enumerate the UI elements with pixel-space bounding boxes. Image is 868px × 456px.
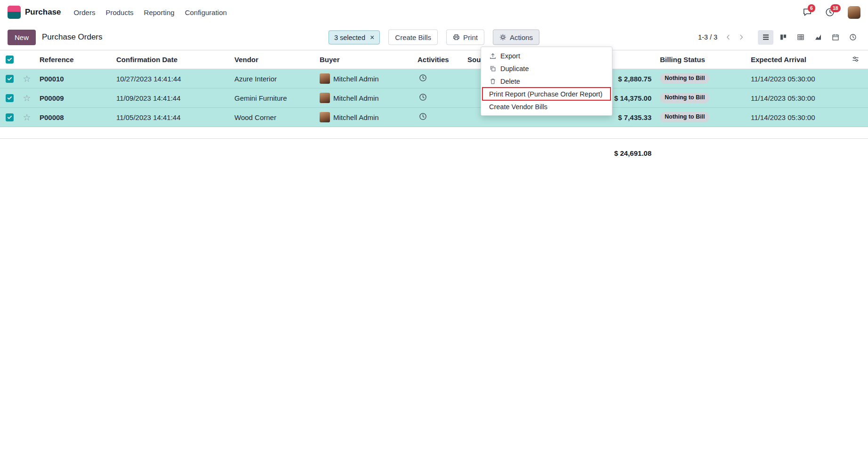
activities-button[interactable]: 18 xyxy=(825,8,835,17)
activity-clock-icon[interactable] xyxy=(419,93,427,101)
cell-buyer[interactable]: Mitchell Admin xyxy=(315,69,413,88)
select-all-cell xyxy=(0,50,19,69)
row-select-cell xyxy=(0,108,19,127)
view-list-button[interactable] xyxy=(758,30,773,45)
actions-button[interactable]: Actions xyxy=(493,30,539,45)
row-select-cell xyxy=(0,88,19,108)
cell-activities[interactable] xyxy=(413,69,463,88)
menu-item-print-report[interactable]: Print Report (Purchase Order Report) xyxy=(482,88,611,100)
cell-activities[interactable] xyxy=(413,108,463,127)
menu-item-delete[interactable]: Delete xyxy=(482,75,611,88)
kanban-view-icon xyxy=(780,33,787,41)
app-switcher[interactable]: Purchase xyxy=(8,6,61,19)
favorite-cell: ☆ xyxy=(19,69,35,88)
column-header-vendor[interactable]: Vendor xyxy=(230,50,315,69)
table-header-row: Reference Confirmation Date Vendor Buyer… xyxy=(0,50,868,69)
pager-previous-button[interactable] xyxy=(722,32,734,42)
buyer-name: Mitchell Admin xyxy=(333,94,379,102)
view-graph-button[interactable] xyxy=(810,30,826,45)
list-view-icon xyxy=(762,33,770,41)
buyer-avatar xyxy=(320,112,330,122)
page-title: Purchase Orders xyxy=(42,32,103,42)
top-navbar: Purchase Orders Products Reporting Confi… xyxy=(0,0,868,24)
cell-vendor[interactable]: Gemini Furniture xyxy=(230,88,315,108)
cell-vendor[interactable]: Wood Corner xyxy=(230,108,315,127)
control-panel: New Purchase Orders 3 selected × Create … xyxy=(0,24,868,50)
row-filler-cell xyxy=(847,69,868,88)
cell-expected-arrival[interactable]: 11/14/2023 05:30:00 xyxy=(746,108,847,127)
deselect-icon[interactable]: × xyxy=(370,33,374,41)
menu-item-duplicate[interactable]: Duplicate xyxy=(482,62,611,75)
pager: 1-3 / 3 xyxy=(698,32,747,42)
column-header-activities[interactable]: Activities xyxy=(413,50,463,69)
menu-item-export[interactable]: Export xyxy=(482,49,611,62)
duplicate-icon xyxy=(489,65,497,72)
main-menu: Orders Products Reporting Configuration xyxy=(69,5,232,20)
cell-billing-status[interactable]: Nothing to Bill xyxy=(655,88,746,108)
pivot-view-icon xyxy=(797,33,804,41)
cell-confirmation-date[interactable]: 11/05/2023 14:41:44 xyxy=(112,108,230,127)
create-bills-button[interactable]: Create Bills xyxy=(388,30,438,45)
selection-toolbar: 3 selected × Create Bills Print Actions xyxy=(329,30,539,45)
cell-expected-arrival[interactable]: 11/14/2023 05:30:00 xyxy=(746,88,847,108)
favorite-star-icon[interactable]: ☆ xyxy=(23,93,31,103)
navbar-systray: 6 18 xyxy=(803,6,860,19)
cell-buyer[interactable]: Mitchell Admin xyxy=(315,88,413,108)
view-pivot-button[interactable] xyxy=(793,30,808,45)
table-row[interactable]: ☆ P00009 11/09/2023 14:41:44 Gemini Furn… xyxy=(0,88,868,108)
calendar-view-icon xyxy=(832,33,839,41)
column-header-buyer[interactable]: Buyer xyxy=(315,50,413,69)
favorite-star-icon[interactable]: ☆ xyxy=(23,74,31,84)
row-checkbox[interactable] xyxy=(6,75,14,83)
header-filler-cell xyxy=(847,50,868,69)
column-header-expected-arrival[interactable]: Expected Arrival xyxy=(746,50,847,69)
row-filler-cell xyxy=(847,88,868,108)
pager-value: 1-3 / 3 xyxy=(698,33,717,41)
table-row[interactable]: ☆ P00008 11/05/2023 14:41:44 Wood Corner… xyxy=(0,108,868,127)
adjust-columns-icon[interactable] xyxy=(852,56,859,63)
user-avatar[interactable] xyxy=(848,6,860,19)
cell-confirmation-date[interactable]: 10/27/2023 14:41:44 xyxy=(112,69,230,88)
export-icon xyxy=(489,53,497,59)
table-row[interactable]: ☆ P00010 10/27/2023 14:41:44 Azure Inter… xyxy=(0,69,868,88)
activity-clock-icon[interactable] xyxy=(419,74,427,82)
cell-reference[interactable]: P00010 xyxy=(35,69,112,88)
chevron-left-icon xyxy=(725,34,731,40)
billing-status-badge: Nothing to Bill xyxy=(660,73,709,84)
cell-billing-status[interactable]: Nothing to Bill xyxy=(655,69,746,88)
purchase-app-screen: Purchase Orders Products Reporting Confi… xyxy=(0,0,868,456)
cell-confirmation-date[interactable]: 11/09/2023 14:41:44 xyxy=(112,88,230,108)
view-calendar-button[interactable] xyxy=(828,30,843,45)
new-button[interactable]: New xyxy=(8,30,36,45)
column-header-reference[interactable]: Reference xyxy=(35,50,112,69)
favorite-star-icon[interactable]: ☆ xyxy=(23,112,31,122)
menu-products[interactable]: Products xyxy=(100,5,138,20)
activities-badge: 18 xyxy=(830,4,841,12)
menu-configuration[interactable]: Configuration xyxy=(180,5,232,20)
menu-reporting[interactable]: Reporting xyxy=(139,5,180,20)
pager-next-button[interactable] xyxy=(735,32,747,42)
messages-button[interactable]: 6 xyxy=(803,8,812,17)
menu-orders[interactable]: Orders xyxy=(69,5,101,20)
cell-buyer[interactable]: Mitchell Admin xyxy=(315,108,413,127)
cell-reference[interactable]: P00009 xyxy=(35,88,112,108)
print-button[interactable]: Print xyxy=(446,30,484,45)
cell-expected-arrival[interactable]: 11/14/2023 05:30:00 xyxy=(746,69,847,88)
view-kanban-button[interactable] xyxy=(775,30,791,45)
delete-icon xyxy=(489,78,497,85)
row-checkbox[interactable] xyxy=(6,94,14,102)
cell-billing-status[interactable]: Nothing to Bill xyxy=(655,108,746,127)
print-label: Print xyxy=(463,33,478,41)
activity-clock-icon[interactable] xyxy=(419,112,427,120)
row-checkbox[interactable] xyxy=(6,113,14,121)
column-header-confirmation-date[interactable]: Confirmation Date xyxy=(112,50,230,69)
select-all-checkbox[interactable] xyxy=(6,56,14,64)
cell-vendor[interactable]: Azure Interior xyxy=(230,69,315,88)
cell-reference[interactable]: P00008 xyxy=(35,108,112,127)
app-logo-icon xyxy=(8,6,21,19)
menu-item-create-vendor-bills[interactable]: Create Vendor Bills xyxy=(482,100,611,113)
gear-icon xyxy=(499,34,506,41)
view-activity-button[interactable] xyxy=(845,30,860,45)
column-header-billing-status[interactable]: Billing Status xyxy=(655,50,746,69)
cell-activities[interactable] xyxy=(413,88,463,108)
